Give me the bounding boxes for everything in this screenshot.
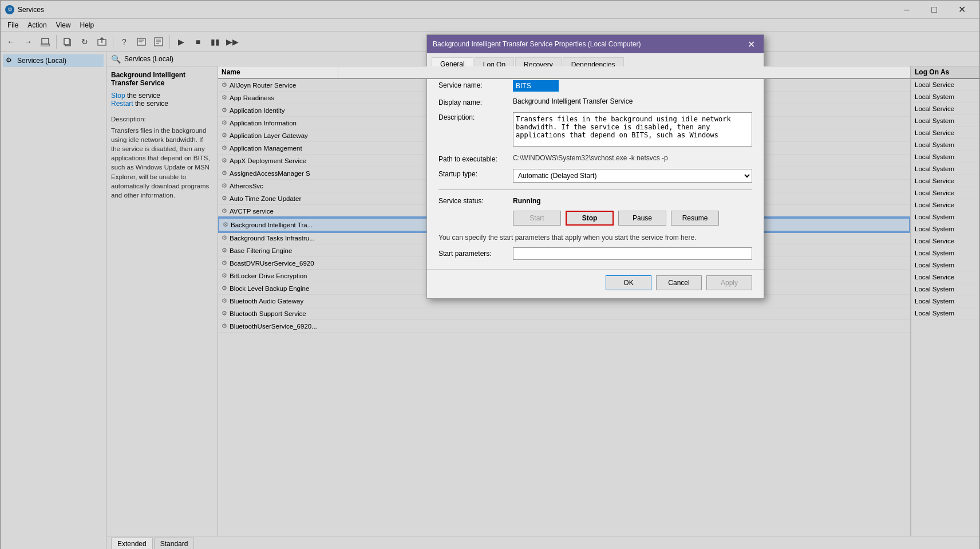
display-name-label: Display name: — [438, 97, 513, 106]
dialog-body: Service name: Display name: Background I… — [427, 71, 764, 269]
apply-button[interactable]: Apply — [706, 275, 752, 290]
start-button[interactable]: Start — [513, 211, 561, 226]
description-label: Description: — [438, 112, 513, 121]
pause-button[interactable]: Pause — [618, 211, 666, 226]
startup-label: Startup type: — [438, 169, 513, 178]
col-header-name[interactable]: Name — [218, 66, 338, 78]
params-input[interactable] — [513, 247, 752, 260]
service-name-input[interactable] — [513, 80, 559, 92]
startup-value: Automatic (Delayed Start) Automatic Manu… — [513, 169, 752, 183]
description-textarea[interactable]: Transfers files in the background using … — [513, 112, 752, 147]
ok-button[interactable]: OK — [606, 275, 651, 290]
description-wrapper: Transfers files in the background using … — [513, 112, 752, 148]
description-row: Description: Transfers files in the back… — [438, 112, 752, 148]
params-label: Start parameters: — [438, 250, 513, 258]
startup-type-select[interactable]: Automatic (Delayed Start) Automatic Manu… — [513, 169, 752, 183]
list-header: Name — [218, 66, 910, 79]
params-row: Start parameters: — [438, 247, 752, 260]
separator — [438, 189, 752, 190]
stop-button[interactable]: Stop — [566, 211, 614, 226]
dialog-title-bar: Background Intelligent Transfer Service … — [427, 35, 764, 53]
service-name-row: Service name: — [438, 80, 752, 92]
params-note: You can specify the start parameters tha… — [438, 234, 752, 242]
service-name-label: Service name: — [438, 80, 513, 89]
display-name-text: Background Intelligent Transfer Service — [513, 97, 633, 105]
service-control-buttons: Start Stop Pause Resume — [513, 211, 752, 226]
path-text: C:\WINDOWS\System32\svchost.exe -k netsv… — [513, 154, 668, 162]
display-name-value: Background Intelligent Transfer Service — [513, 97, 752, 105]
path-label: Path to executable: — [438, 154, 513, 163]
path-value: C:\WINDOWS\System32\svchost.exe -k netsv… — [513, 154, 752, 162]
startup-row: Startup type: Automatic (Delayed Start) … — [438, 169, 752, 183]
status-value: Running — [513, 197, 541, 205]
service-name-value — [513, 80, 752, 92]
cancel-button[interactable]: Cancel — [656, 275, 702, 290]
display-name-row: Display name: Background Intelligent Tra… — [438, 97, 752, 106]
resume-button[interactable]: Resume — [671, 211, 719, 226]
status-label: Service status: — [438, 197, 513, 205]
dialog-title-text: Background Intelligent Transfer Service … — [433, 40, 744, 48]
path-row: Path to executable: C:\WINDOWS\System32\… — [438, 154, 752, 163]
dialog-footer: OK Cancel Apply — [427, 269, 764, 298]
dialog-close-button[interactable]: ✕ — [744, 37, 758, 51]
status-row: Service status: Running — [438, 197, 752, 205]
